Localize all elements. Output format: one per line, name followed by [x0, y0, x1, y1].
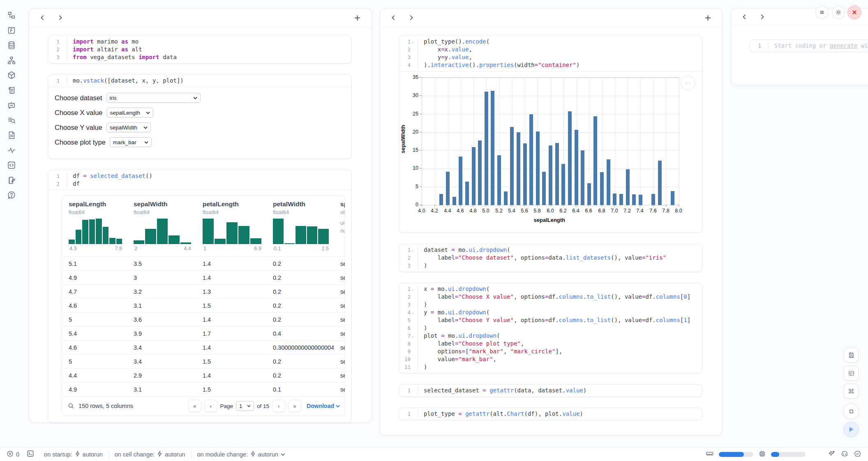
help-icon[interactable] [7, 190, 16, 200]
plot-type-cell[interactable]: 1plot_type = getattr(alt.Chart(df), plot… [399, 408, 702, 420]
prev-page-button[interactable]: ‹ [204, 400, 217, 412]
column-header[interactable]: speciesobjectunique:nulls: [334, 196, 345, 256]
code-placeholder[interactable]: Start coding or generate with AI [769, 42, 868, 50]
code-line[interactable]: label="Choose Y value", options=df.colum… [418, 316, 690, 324]
copilot-icon[interactable] [840, 449, 849, 459]
selected-dataset-cell[interactable]: 1selected_dataset = getattr(data, datase… [399, 384, 702, 397]
fold-marker-icon[interactable]: ⌄ [411, 334, 415, 338]
fold-marker-icon[interactable]: ⌄ [411, 248, 415, 252]
code-line[interactable]: label="Choose plot type", [418, 340, 524, 348]
keyboard-shortcuts-button[interactable] [844, 384, 859, 399]
last-page-button[interactable]: » [288, 400, 301, 412]
tracing-icon[interactable] [7, 145, 16, 155]
dataset-dropdown-cell[interactable]: 1⌄dataset = mo.ui.dropdown(2 label="Choo… [399, 244, 702, 272]
terminal-button[interactable] [27, 450, 34, 459]
chevron-left-icon[interactable] [391, 14, 397, 21]
chevron-left-icon[interactable] [40, 14, 46, 21]
table-row[interactable]: 4.73.21.30.2setosa [62, 284, 345, 298]
chevron-right-icon[interactable] [57, 14, 64, 21]
code-line[interactable]: import marimo as mo [67, 38, 139, 46]
table-row[interactable]: 4.63.41.40.30000000000000004setosa [62, 340, 345, 354]
code-line[interactable]: from vega_datasets import data [67, 53, 177, 61]
table-row[interactable]: 5.43.91.70.4setosa [62, 326, 345, 340]
xyplot-dropdowns-cell[interactable]: 1⌄x = mo.ui.dropdown(2 label="Choose X v… [399, 283, 702, 373]
column-header[interactable]: sepalLengthfloat644.37.9 [62, 196, 127, 256]
choose-type-select[interactable]: mark_bar [110, 137, 152, 147]
dataframe-cell[interactable]: 1df = selected_dataset()2dfsepalLengthfl… [48, 170, 352, 423]
table-row[interactable]: 4.42.91.40.2setosa [62, 368, 345, 382]
chat-icon[interactable] [7, 100, 16, 110]
fold-marker-icon[interactable]: ⌄ [411, 287, 415, 291]
run-button[interactable] [843, 422, 859, 437]
choose-value-select[interactable]: sepalLength [107, 108, 153, 118]
code-line[interactable]: ) [418, 363, 427, 371]
page-select[interactable]: 1 [236, 401, 254, 411]
imports-cell[interactable]: 1import marimo as mo2import altair as al… [48, 35, 352, 64]
table-row[interactable]: 5.13.51.40.2setosa [62, 256, 345, 270]
generate-link[interactable]: generate [830, 42, 857, 49]
sparkles-icon[interactable] [828, 450, 836, 459]
interrupt-button[interactable] [843, 403, 859, 419]
code-line[interactable]: dataset = mo.ui.dropdown( [418, 246, 510, 254]
scratchpad-icon[interactable] [7, 175, 16, 185]
code-icon[interactable] [7, 160, 16, 170]
code-line[interactable]: df = selected_dataset() [67, 172, 152, 180]
chevron-right-icon[interactable] [759, 14, 766, 20]
table-row[interactable]: 4.93.11.50.1setosa [62, 382, 345, 396]
chevron-right-icon[interactable] [408, 14, 415, 21]
code-line[interactable]: x = mo.ui.dropdown( [418, 285, 489, 293]
column-header[interactable]: sepalWidthfloat6424.4 [127, 196, 196, 256]
fold-marker-icon[interactable]: ⌄ [411, 311, 415, 315]
check-circle-icon[interactable] [854, 450, 861, 459]
next-page-button[interactable]: › [272, 400, 285, 412]
download-button[interactable]: Download [307, 403, 340, 409]
packages-icon[interactable] [7, 70, 16, 80]
runtime-config-item[interactable]: on startup:autorun [44, 451, 103, 458]
documentation-icon[interactable] [7, 85, 16, 95]
runtime-config-item[interactable]: on cell change:autorun [115, 451, 185, 458]
first-page-button[interactable]: « [188, 400, 201, 412]
runtime-config-item[interactable]: on module change:autorun [197, 451, 286, 458]
close-button[interactable] [847, 5, 861, 19]
code-line[interactable]: plot_type().encode( [418, 38, 489, 46]
search-icon[interactable] [68, 403, 74, 409]
error-counter[interactable]: 0 [7, 450, 19, 459]
code-line[interactable]: label="Choose dataset", options=data.lis… [418, 254, 666, 262]
column-header[interactable]: petalLengthfloat6416.9 [196, 196, 266, 256]
chevron-left-icon[interactable] [742, 14, 748, 20]
code-line[interactable]: value="mark_bar", [418, 355, 496, 363]
marimo-file-icon[interactable] [7, 25, 16, 35]
empty-code-cell[interactable]: 1 Start coding or generate with AI [749, 39, 868, 52]
dependency-graph-icon[interactable] [7, 55, 16, 65]
settings-button[interactable] [832, 6, 845, 19]
add-cell-button[interactable] [354, 14, 361, 21]
table-row[interactable]: 4.931.40.2setosa [62, 270, 345, 284]
code-line[interactable]: ) [418, 301, 427, 309]
add-cell-button[interactable] [704, 14, 711, 21]
choose-value-select[interactable]: sepalWidth [106, 122, 151, 132]
code-line[interactable]: plot = mo.ui.dropdown( [418, 332, 500, 340]
column-header[interactable]: petalWidthfloat640.12.5 [266, 196, 334, 256]
code-line[interactable]: options=["mark_bar", "mark_circle"], [418, 348, 562, 355]
datasources-icon[interactable] [7, 40, 16, 50]
logs-icon[interactable] [7, 115, 16, 125]
code-line[interactable]: mo.vstack([dataset, x, y, plot]) [67, 77, 184, 85]
code-line[interactable]: import altair as alt [67, 46, 142, 53]
code-line[interactable]: label="Choose X value", options=df.colum… [418, 293, 690, 301]
code-line[interactable]: ).interactive().properties(width="contai… [418, 61, 579, 69]
choose-dataset-select[interactable]: iris [106, 93, 201, 103]
table-row[interactable]: 4.63.11.50.2setosa [62, 298, 345, 312]
bar-chart-plot-area[interactable] [422, 77, 679, 205]
more-options-button[interactable]: ⋯ [681, 76, 695, 90]
code-line[interactable]: y = mo.ui.dropdown( [418, 309, 489, 316]
vstack-cell[interactable]: 1mo.vstack([dataset, x, y, plot])Choose … [48, 74, 352, 159]
code-line[interactable]: ) [418, 262, 427, 270]
code-line[interactable]: df [67, 180, 80, 188]
code-line[interactable]: y=y.value, [418, 53, 472, 61]
layout-button[interactable] [844, 366, 859, 380]
menu-button[interactable] [815, 6, 829, 19]
file-explorer-icon[interactable] [7, 10, 16, 20]
code-line[interactable]: ) [418, 324, 427, 332]
plot-cell[interactable]: 1⌄plot_type().encode(2 x=x.value,3 y=y.v… [399, 35, 702, 233]
code-line[interactable]: plot_type = getattr(alt.Chart(df), plot.… [418, 410, 583, 418]
